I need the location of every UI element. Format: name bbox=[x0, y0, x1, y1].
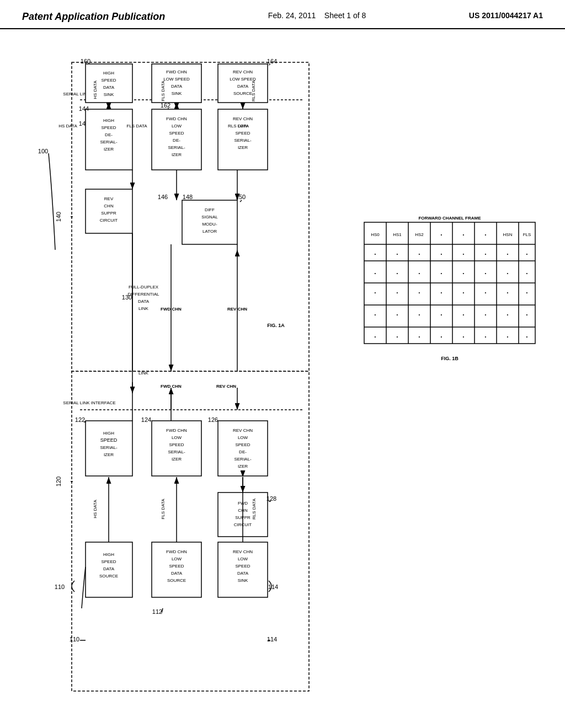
svg-text:DE-: DE- bbox=[105, 132, 113, 137]
svg-text:114: 114 bbox=[268, 584, 278, 590]
svg-text:FLS: FLS bbox=[523, 232, 531, 237]
svg-text:•: • bbox=[485, 290, 487, 295]
svg-text:•: • bbox=[419, 312, 420, 317]
svg-text:•: • bbox=[375, 334, 376, 339]
svg-text:SPEED: SPEED bbox=[235, 564, 250, 569]
svg-text:•: • bbox=[441, 251, 443, 256]
svg-text:FWD CHN: FWD CHN bbox=[166, 69, 187, 74]
svg-text:FWD CHN: FWD CHN bbox=[166, 428, 187, 433]
svg-text:FLS DATA: FLS DATA bbox=[126, 124, 147, 129]
svg-text:•: • bbox=[485, 271, 487, 276]
svg-text:SPEED: SPEED bbox=[169, 442, 184, 447]
svg-text:124: 124 bbox=[141, 416, 151, 423]
svg-text:SPEED: SPEED bbox=[169, 131, 184, 136]
svg-text:144: 144 bbox=[79, 105, 89, 112]
svg-text:•: • bbox=[526, 271, 528, 276]
svg-text:REV CHN: REV CHN bbox=[216, 384, 236, 389]
svg-text:•: • bbox=[441, 290, 443, 295]
svg-text:LOW: LOW bbox=[172, 435, 182, 440]
svg-text:128: 128 bbox=[266, 495, 276, 502]
svg-text:SERIAL-: SERIAL- bbox=[100, 140, 117, 144]
svg-text:HIGH: HIGH bbox=[103, 71, 114, 76]
svg-text:HIGH: HIGH bbox=[103, 552, 114, 557]
svg-text:•: • bbox=[526, 312, 528, 317]
svg-text:SPEED: SPEED bbox=[235, 131, 250, 136]
svg-text:REV CHN: REV CHN bbox=[233, 69, 253, 74]
svg-text:•: • bbox=[507, 290, 509, 295]
svg-text:DE-: DE- bbox=[239, 449, 247, 454]
svg-text:SOURCE: SOURCE bbox=[167, 578, 186, 583]
svg-text:FLS DATA: FLS DATA bbox=[161, 499, 166, 520]
svg-text:MODU-: MODU- bbox=[202, 222, 217, 227]
svg-text:CHN: CHN bbox=[104, 204, 114, 208]
svg-text:•: • bbox=[397, 334, 398, 339]
svg-text:HS DATA: HS DATA bbox=[58, 124, 77, 129]
svg-text:DATA: DATA bbox=[103, 566, 115, 571]
svg-text:•: • bbox=[441, 232, 443, 237]
svg-text:SINK: SINK bbox=[104, 92, 114, 97]
svg-text:SOURCE: SOURCE bbox=[99, 574, 118, 579]
svg-text:HS DATA: HS DATA bbox=[93, 81, 98, 99]
svg-text:REV CHN: REV CHN bbox=[233, 116, 253, 121]
patent-number: US 2011/0044217 A1 bbox=[469, 11, 543, 20]
svg-text:REV: REV bbox=[104, 196, 114, 201]
svg-text:•: • bbox=[397, 312, 398, 317]
svg-text:HIGH: HIGH bbox=[103, 118, 114, 123]
svg-text:DATA: DATA bbox=[103, 85, 115, 90]
svg-text:•: • bbox=[397, 251, 398, 256]
svg-text:•: • bbox=[419, 251, 420, 256]
svg-text:•: • bbox=[441, 271, 443, 276]
pub-date: Feb. 24, 2011 bbox=[268, 11, 316, 20]
svg-text:LOW: LOW bbox=[238, 556, 248, 561]
svg-text:DATA: DATA bbox=[237, 571, 249, 576]
svg-text:RLS DATA: RLS DATA bbox=[228, 124, 249, 129]
svg-text:FIG. 1B: FIG. 1B bbox=[441, 356, 459, 361]
svg-text:FWD CHN: FWD CHN bbox=[166, 116, 187, 121]
svg-text:SPEED: SPEED bbox=[101, 125, 116, 130]
svg-text:•: • bbox=[526, 290, 528, 295]
svg-text:HS1: HS1 bbox=[393, 232, 402, 237]
svg-text:•: • bbox=[441, 334, 443, 339]
svg-text:•: • bbox=[463, 334, 465, 339]
svg-text:126: 126 bbox=[208, 416, 218, 423]
svg-text:•: • bbox=[526, 251, 528, 256]
svg-text:•: • bbox=[375, 290, 376, 295]
svg-text:SERIAL-: SERIAL- bbox=[100, 445, 117, 450]
svg-text:SPEED: SPEED bbox=[169, 564, 184, 569]
svg-text:•: • bbox=[397, 290, 398, 295]
svg-text:SIGNAL: SIGNAL bbox=[201, 215, 218, 220]
svg-text:DATA: DATA bbox=[171, 84, 183, 89]
svg-text:162: 162 bbox=[161, 102, 170, 109]
svg-text:160: 160 bbox=[81, 58, 90, 65]
svg-text:112: 112 bbox=[152, 608, 162, 615]
svg-text:SERIAL-: SERIAL- bbox=[234, 138, 251, 143]
svg-text:•: • bbox=[463, 232, 465, 237]
svg-text:DATA: DATA bbox=[138, 299, 150, 304]
svg-text:IZER: IZER bbox=[104, 147, 114, 152]
svg-text:RLS DATA: RLS DATA bbox=[251, 80, 256, 101]
svg-text:HS2: HS2 bbox=[415, 232, 424, 237]
svg-text:CIRCUIT: CIRCUIT bbox=[100, 218, 118, 223]
svg-text:SPEED: SPEED bbox=[100, 437, 118, 443]
page: Patent Application Publication Feb. 24, … bbox=[0, 0, 565, 728]
svg-text:100: 100 bbox=[38, 148, 48, 154]
svg-text:SERIAL-: SERIAL- bbox=[168, 449, 185, 454]
svg-text:SPEED: SPEED bbox=[235, 442, 250, 447]
svg-text:DIFF: DIFF bbox=[205, 207, 215, 212]
svg-text:•: • bbox=[526, 334, 528, 339]
svg-text:140: 140 bbox=[55, 212, 62, 222]
svg-text:•: • bbox=[463, 290, 465, 295]
svg-text:IZER: IZER bbox=[238, 145, 248, 150]
svg-text:REV CHN: REV CHN bbox=[227, 307, 247, 312]
svg-text:•: • bbox=[507, 271, 509, 276]
svg-text:•: • bbox=[441, 312, 443, 317]
svg-text:164: 164 bbox=[267, 58, 277, 65]
svg-text:FIG. 1A: FIG. 1A bbox=[267, 323, 285, 328]
svg-text:LOW: LOW bbox=[172, 124, 182, 129]
svg-text:LATOR: LATOR bbox=[202, 229, 217, 234]
page-header: Patent Application Publication Feb. 24, … bbox=[0, 0, 565, 29]
svg-text:SERIAL-: SERIAL- bbox=[234, 457, 251, 462]
svg-text:IZER: IZER bbox=[172, 457, 182, 462]
svg-text:IZER: IZER bbox=[238, 464, 248, 469]
svg-text:•: • bbox=[507, 251, 509, 256]
